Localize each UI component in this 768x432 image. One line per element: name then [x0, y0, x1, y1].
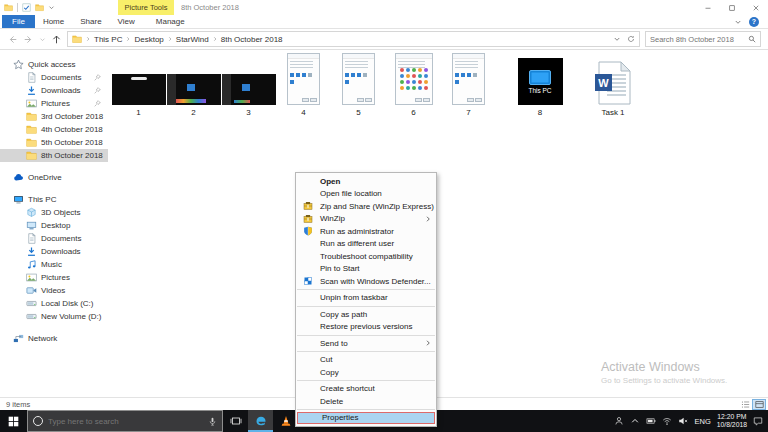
search-input[interactable] — [650, 35, 745, 44]
close-button[interactable] — [744, 0, 768, 15]
menu-item-run-as-administrator[interactable]: Run as administrator — [296, 225, 436, 238]
sidebar-item-downloads-pinned[interactable]: Downloads — [0, 84, 108, 97]
menu-item-troubleshoot-compatibility[interactable]: Troubleshoot compatibility — [296, 250, 436, 263]
forward-button-icon[interactable] — [23, 34, 34, 45]
sidebar-item-8th-october-2018[interactable]: 8th October 2018 — [0, 149, 108, 162]
sidebar-item-videos[interactable]: Videos — [0, 284, 108, 297]
thumbnails-view-button[interactable] — [752, 399, 766, 410]
people-icon[interactable] — [614, 416, 624, 426]
sidebar-item-music[interactable]: Music — [0, 258, 108, 271]
sidebar-item-3d-objects[interactable]: 3D Objects — [0, 206, 108, 219]
help-icon[interactable]: ? — [749, 17, 759, 27]
new-folder-shortcut-icon[interactable] — [35, 3, 44, 12]
breadcrumb-this-pc[interactable]: This PC — [94, 35, 122, 44]
battery-icon[interactable] — [646, 416, 656, 426]
menu-item-open[interactable]: Open — [296, 175, 436, 188]
star-icon — [13, 59, 24, 70]
search-box — [645, 31, 761, 47]
thumbnail-view-icon — [755, 400, 764, 409]
search-icon[interactable] — [748, 35, 756, 43]
address-dropdown-chevron-icon[interactable] — [613, 35, 621, 43]
sidebar-item-documents-pinned[interactable]: Documents — [0, 71, 108, 84]
menu-item-copy[interactable]: Copy — [296, 366, 436, 379]
file-thumbnail-dialog-screenshot — [452, 53, 485, 105]
menu-item-run-as-different-user[interactable]: Run as different user — [296, 238, 436, 251]
sidebar-item-desktop[interactable]: Desktop — [0, 219, 108, 232]
sidebar-item-documents[interactable]: Documents — [0, 232, 108, 245]
menu-item-scan-with-windows-defender[interactable]: Scan with Windows Defender... — [296, 275, 436, 288]
breadcrumb-current-folder[interactable]: 8th October 2018 — [221, 35, 283, 44]
menu-item-pin-to-start[interactable]: Pin to Start — [296, 263, 436, 276]
menu-item-properties[interactable]: Properties — [297, 412, 435, 425]
file-item-5[interactable]: 5 — [331, 53, 386, 117]
item-count: 9 items — [6, 400, 30, 409]
file-item-8[interactable]: This PC 8 — [496, 58, 584, 117]
qat-customize-chevron-icon[interactable] — [48, 4, 55, 11]
taskbar-search-input[interactable] — [48, 417, 203, 426]
menu-item-copy-as-path[interactable]: Copy as path — [296, 308, 436, 321]
details-view-button[interactable] — [738, 399, 752, 410]
file-item-3[interactable]: 3 — [221, 74, 276, 117]
up-button-icon[interactable] — [51, 34, 62, 45]
tab-share[interactable]: Share — [72, 15, 109, 28]
network-icon[interactable] — [662, 416, 672, 426]
file-item-4[interactable]: 4 — [276, 53, 331, 117]
language-indicator[interactable]: ENG — [694, 417, 710, 426]
taskbar-search[interactable] — [27, 410, 223, 432]
minimize-ribbon-chevron-icon[interactable] — [734, 18, 742, 26]
sidebar-item-4th-october-2018[interactable]: 4th October 2018 — [0, 123, 108, 136]
volume-muted-icon[interactable] — [678, 416, 688, 426]
picture-tools-contextual-tab[interactable]: Picture Tools — [118, 0, 174, 15]
recent-locations-chevron-icon[interactable] — [39, 36, 46, 43]
sidebar-item-pictures-pinned[interactable]: Pictures — [0, 97, 108, 110]
breadcrumb-desktop[interactable]: Desktop — [134, 35, 163, 44]
menu-item-create-shortcut[interactable]: Create shortcut — [296, 383, 436, 396]
ribbon-right-controls: ? — [734, 15, 768, 28]
file-item-6[interactable]: 6 — [386, 53, 441, 117]
start-button[interactable] — [0, 410, 27, 432]
file-item-7[interactable]: 7 — [441, 53, 496, 117]
thumbnail-text: This PC — [528, 87, 551, 94]
tab-file[interactable]: File — [2, 15, 35, 28]
properties-shortcut-icon[interactable] — [22, 3, 31, 12]
menu-item-unpin-from-taskbar[interactable]: Unpin from taskbar — [296, 292, 436, 305]
menu-item-winzip[interactable]: WinZip — [296, 213, 436, 226]
menu-item-cut[interactable]: Cut — [296, 354, 436, 367]
file-item-1[interactable]: 1 — [111, 74, 166, 117]
file-thumbnail-dialog-screenshot — [287, 53, 320, 105]
back-button-icon[interactable] — [7, 34, 18, 45]
taskbar-clock[interactable]: 12:20 PM 10/8/2018 — [717, 413, 747, 429]
sidebar-item-new-volume-d[interactable]: New Volume (D:) — [0, 310, 108, 323]
tab-manage[interactable]: Manage — [148, 15, 193, 28]
breadcrumb-starwind[interactable]: StarWind — [176, 35, 209, 44]
sidebar-item-local-disk-c[interactable]: Local Disk (C:) — [0, 297, 108, 310]
action-center-icon[interactable] — [753, 416, 763, 426]
sidebar-item-network[interactable]: Network — [0, 332, 108, 345]
sidebar-item-onedrive[interactable]: OneDrive — [0, 171, 108, 184]
address-bar[interactable]: This PC Desktop StarWind 8th October 201… — [67, 31, 640, 47]
sidebar-item-quick-access[interactable]: Quick access — [0, 58, 108, 71]
menu-item-restore-previous-versions[interactable]: Restore previous versions — [296, 321, 436, 334]
tab-view[interactable]: View — [110, 15, 143, 28]
sidebar-item-downloads[interactable]: Downloads — [0, 245, 108, 258]
word-document-icon: W — [595, 61, 631, 105]
menu-item-send-to[interactable]: Send to — [296, 337, 436, 350]
refresh-icon[interactable] — [627, 35, 635, 43]
tab-home[interactable]: Home — [35, 15, 72, 28]
menu-item-zip-and-share[interactable]: Zip and Share (WinZip Express) — [296, 200, 436, 213]
menu-separator — [297, 335, 435, 336]
sidebar-item-3rd-october-2018[interactable]: 3rd October 2018 — [0, 110, 108, 123]
show-hidden-icons-chevron-icon[interactable] — [630, 416, 640, 426]
minimize-button[interactable] — [696, 0, 720, 15]
menu-item-delete[interactable]: Delete — [296, 395, 436, 408]
task-view-button[interactable] — [223, 410, 248, 432]
file-item-2[interactable]: 2 — [166, 74, 221, 117]
maximize-button[interactable] — [720, 0, 744, 15]
sidebar-item-5th-october-2018[interactable]: 5th October 2018 — [0, 136, 108, 149]
edge-taskbar-button[interactable] — [248, 410, 273, 432]
file-item-task-1[interactable]: W Task 1 — [584, 61, 642, 117]
microphone-icon[interactable] — [208, 417, 217, 426]
menu-item-open-file-location[interactable]: Open file location — [296, 188, 436, 201]
sidebar-item-pictures[interactable]: Pictures — [0, 271, 108, 284]
sidebar-item-this-pc[interactable]: This PC — [0, 193, 108, 206]
